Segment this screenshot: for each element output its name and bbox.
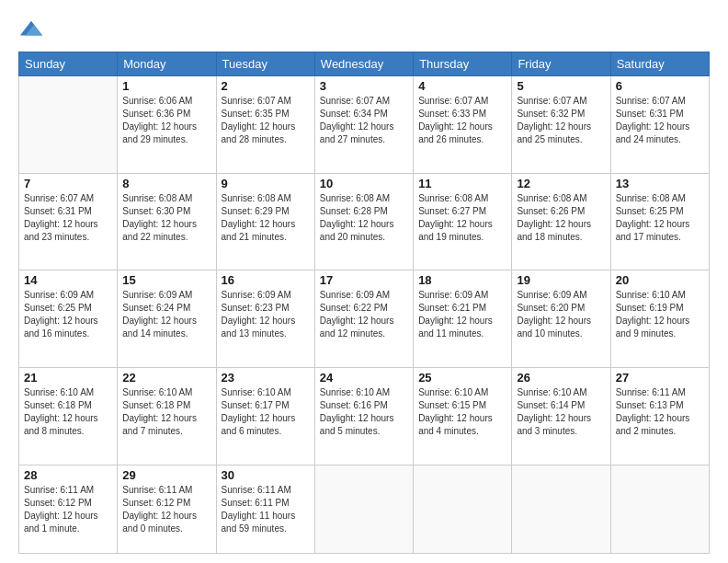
calendar-cell: 23Sunrise: 6:10 AM Sunset: 6:17 PM Dayli… xyxy=(216,368,314,465)
day-header-friday: Friday xyxy=(512,52,610,76)
day-info: Sunrise: 6:09 AM Sunset: 6:24 PM Dayligh… xyxy=(122,289,210,340)
week-row-2: 7Sunrise: 6:07 AM Sunset: 6:31 PM Daylig… xyxy=(19,173,710,270)
day-info: Sunrise: 6:11 AM Sunset: 6:12 PM Dayligh… xyxy=(24,484,112,535)
day-number: 29 xyxy=(122,468,210,482)
day-number: 30 xyxy=(222,468,310,482)
calendar-cell: 7Sunrise: 6:07 AM Sunset: 6:31 PM Daylig… xyxy=(19,173,118,270)
day-header-thursday: Thursday xyxy=(414,52,512,76)
day-header-saturday: Saturday xyxy=(610,52,709,76)
calendar-cell: 11Sunrise: 6:08 AM Sunset: 6:27 PM Dayli… xyxy=(414,173,512,270)
calendar-cell: 14Sunrise: 6:09 AM Sunset: 6:25 PM Dayli… xyxy=(19,270,118,368)
day-number: 21 xyxy=(24,371,112,385)
day-number: 5 xyxy=(517,79,605,93)
day-number: 1 xyxy=(122,79,210,93)
day-info: Sunrise: 6:07 AM Sunset: 6:33 PM Dayligh… xyxy=(418,95,506,146)
day-info: Sunrise: 6:08 AM Sunset: 6:29 PM Dayligh… xyxy=(222,192,310,244)
day-number: 17 xyxy=(320,273,408,287)
calendar-header-row: SundayMondayTuesdayWednesdayThursdayFrid… xyxy=(19,52,710,76)
day-info: Sunrise: 6:08 AM Sunset: 6:25 PM Dayligh… xyxy=(616,192,704,244)
calendar-cell: 5Sunrise: 6:07 AM Sunset: 6:32 PM Daylig… xyxy=(512,76,610,174)
calendar-cell: 19Sunrise: 6:09 AM Sunset: 6:20 PM Dayli… xyxy=(512,270,610,368)
calendar-cell xyxy=(610,465,709,553)
day-number: 6 xyxy=(616,79,704,93)
day-info: Sunrise: 6:08 AM Sunset: 6:28 PM Dayligh… xyxy=(320,192,408,244)
day-info: Sunrise: 6:11 AM Sunset: 6:13 PM Dayligh… xyxy=(616,386,704,438)
calendar-cell: 21Sunrise: 6:10 AM Sunset: 6:18 PM Dayli… xyxy=(19,368,118,465)
calendar-cell: 15Sunrise: 6:09 AM Sunset: 6:24 PM Dayli… xyxy=(118,270,216,368)
day-number: 18 xyxy=(418,273,506,287)
day-info: Sunrise: 6:10 AM Sunset: 6:19 PM Dayligh… xyxy=(616,289,704,340)
week-row-3: 14Sunrise: 6:09 AM Sunset: 6:25 PM Dayli… xyxy=(19,270,710,368)
day-number: 28 xyxy=(24,468,112,482)
day-header-sunday: Sunday xyxy=(19,52,118,76)
calendar-cell: 8Sunrise: 6:08 AM Sunset: 6:30 PM Daylig… xyxy=(118,173,216,270)
day-info: Sunrise: 6:10 AM Sunset: 6:14 PM Dayligh… xyxy=(517,386,605,438)
calendar-cell xyxy=(512,465,610,553)
calendar-table: SundayMondayTuesdayWednesdayThursdayFrid… xyxy=(18,52,710,554)
calendar-cell: 13Sunrise: 6:08 AM Sunset: 6:25 PM Dayli… xyxy=(610,173,709,270)
calendar-cell: 3Sunrise: 6:07 AM Sunset: 6:34 PM Daylig… xyxy=(314,76,413,174)
day-number: 9 xyxy=(222,177,310,190)
day-info: Sunrise: 6:08 AM Sunset: 6:26 PM Dayligh… xyxy=(517,192,605,244)
day-info: Sunrise: 6:10 AM Sunset: 6:15 PM Dayligh… xyxy=(418,386,506,438)
day-info: Sunrise: 6:07 AM Sunset: 6:32 PM Dayligh… xyxy=(517,95,605,146)
calendar-cell xyxy=(414,465,512,553)
calendar-cell xyxy=(314,465,413,553)
day-number: 12 xyxy=(517,177,605,190)
day-header-wednesday: Wednesday xyxy=(314,52,413,76)
day-info: Sunrise: 6:07 AM Sunset: 6:31 PM Dayligh… xyxy=(24,192,112,244)
day-header-tuesday: Tuesday xyxy=(216,52,314,76)
day-info: Sunrise: 6:10 AM Sunset: 6:16 PM Dayligh… xyxy=(320,386,408,438)
day-number: 16 xyxy=(222,273,310,287)
day-info: Sunrise: 6:07 AM Sunset: 6:31 PM Dayligh… xyxy=(616,95,704,146)
calendar-cell: 28Sunrise: 6:11 AM Sunset: 6:12 PM Dayli… xyxy=(19,465,118,553)
calendar-cell xyxy=(19,76,118,174)
day-info: Sunrise: 6:07 AM Sunset: 6:34 PM Dayligh… xyxy=(320,95,408,146)
day-number: 2 xyxy=(222,79,310,93)
calendar-cell: 29Sunrise: 6:11 AM Sunset: 6:12 PM Dayli… xyxy=(118,465,216,553)
day-number: 4 xyxy=(418,79,506,93)
calendar-cell: 10Sunrise: 6:08 AM Sunset: 6:28 PM Dayli… xyxy=(314,173,413,270)
day-info: Sunrise: 6:09 AM Sunset: 6:20 PM Dayligh… xyxy=(517,289,605,340)
calendar-cell: 18Sunrise: 6:09 AM Sunset: 6:21 PM Dayli… xyxy=(414,270,512,368)
day-header-monday: Monday xyxy=(118,52,216,76)
day-info: Sunrise: 6:07 AM Sunset: 6:35 PM Dayligh… xyxy=(222,95,310,146)
calendar-cell: 12Sunrise: 6:08 AM Sunset: 6:26 PM Dayli… xyxy=(512,173,610,270)
calendar-cell: 16Sunrise: 6:09 AM Sunset: 6:23 PM Dayli… xyxy=(216,270,314,368)
day-info: Sunrise: 6:06 AM Sunset: 6:36 PM Dayligh… xyxy=(122,95,210,146)
day-info: Sunrise: 6:09 AM Sunset: 6:23 PM Dayligh… xyxy=(222,289,310,340)
logo-icon xyxy=(18,17,44,42)
day-info: Sunrise: 6:10 AM Sunset: 6:18 PM Dayligh… xyxy=(122,386,210,438)
calendar-cell: 22Sunrise: 6:10 AM Sunset: 6:18 PM Dayli… xyxy=(118,368,216,465)
week-row-1: 1Sunrise: 6:06 AM Sunset: 6:36 PM Daylig… xyxy=(19,76,710,174)
day-info: Sunrise: 6:08 AM Sunset: 6:27 PM Dayligh… xyxy=(418,192,506,244)
week-row-5: 28Sunrise: 6:11 AM Sunset: 6:12 PM Dayli… xyxy=(19,465,710,553)
day-number: 15 xyxy=(122,273,210,287)
calendar-cell: 17Sunrise: 6:09 AM Sunset: 6:22 PM Dayli… xyxy=(314,270,413,368)
day-info: Sunrise: 6:10 AM Sunset: 6:17 PM Dayligh… xyxy=(222,386,310,438)
day-number: 23 xyxy=(222,371,310,385)
calendar-cell: 6Sunrise: 6:07 AM Sunset: 6:31 PM Daylig… xyxy=(610,76,709,174)
calendar-cell: 25Sunrise: 6:10 AM Sunset: 6:15 PM Dayli… xyxy=(414,368,512,465)
day-number: 19 xyxy=(517,273,605,287)
header xyxy=(18,17,710,42)
calendar-cell: 1Sunrise: 6:06 AM Sunset: 6:36 PM Daylig… xyxy=(118,76,216,174)
day-number: 10 xyxy=(320,177,408,190)
day-number: 22 xyxy=(122,371,210,385)
calendar-cell: 26Sunrise: 6:10 AM Sunset: 6:14 PM Dayli… xyxy=(512,368,610,465)
day-number: 25 xyxy=(418,371,506,385)
day-info: Sunrise: 6:11 AM Sunset: 6:11 PM Dayligh… xyxy=(222,484,310,535)
day-number: 8 xyxy=(122,177,210,190)
day-number: 7 xyxy=(24,177,112,190)
day-number: 13 xyxy=(616,177,704,190)
page: SundayMondayTuesdayWednesdayThursdayFrid… xyxy=(0,0,728,563)
day-number: 14 xyxy=(24,273,112,287)
week-row-4: 21Sunrise: 6:10 AM Sunset: 6:18 PM Dayli… xyxy=(19,368,710,465)
day-number: 20 xyxy=(616,273,704,287)
day-info: Sunrise: 6:09 AM Sunset: 6:25 PM Dayligh… xyxy=(24,289,112,340)
day-number: 3 xyxy=(320,79,408,93)
calendar-cell: 9Sunrise: 6:08 AM Sunset: 6:29 PM Daylig… xyxy=(216,173,314,270)
calendar-cell: 20Sunrise: 6:10 AM Sunset: 6:19 PM Dayli… xyxy=(610,270,709,368)
day-number: 11 xyxy=(418,177,506,190)
day-info: Sunrise: 6:08 AM Sunset: 6:30 PM Dayligh… xyxy=(122,192,210,244)
